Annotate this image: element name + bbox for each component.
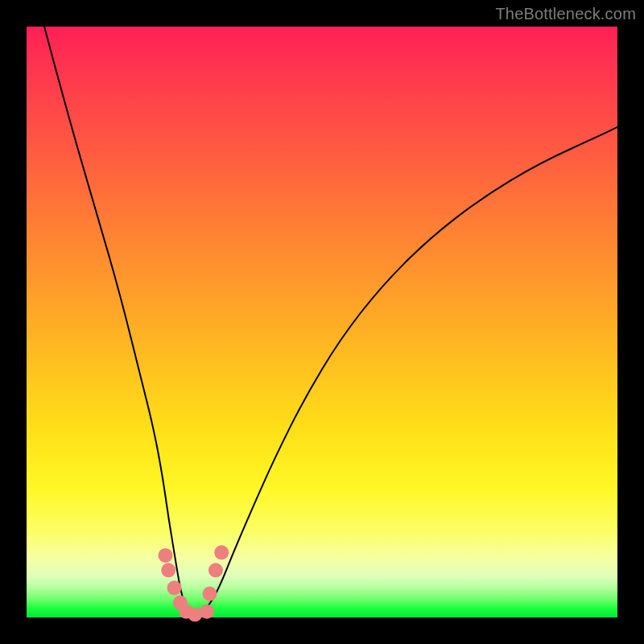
curve-markers xyxy=(159,545,229,621)
curve-marker xyxy=(203,587,217,601)
plot-area xyxy=(27,27,617,617)
chart-svg xyxy=(27,27,617,617)
curve-marker xyxy=(200,605,214,619)
curve-marker xyxy=(214,545,229,559)
curve-marker xyxy=(167,580,182,595)
curve-marker xyxy=(161,563,175,577)
curve-marker xyxy=(208,563,223,577)
chart-frame: TheBottleneck.com xyxy=(0,0,644,644)
bottleneck-curve xyxy=(44,27,617,617)
curve-marker xyxy=(159,548,173,563)
watermark-text: TheBottleneck.com xyxy=(495,5,636,23)
